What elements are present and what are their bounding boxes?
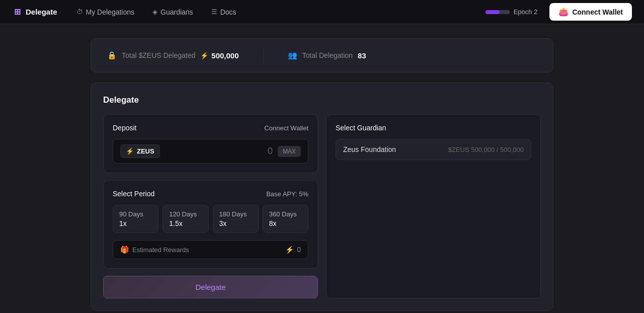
deposit-input-row: ⚡ ZEUS 0 MAX — [113, 139, 308, 164]
nav-guardians-label: Guardians — [160, 8, 193, 16]
stat-divider — [263, 48, 264, 63]
brand-icon: ⊞ — [12, 7, 22, 17]
period-90-days: 90 Days — [119, 210, 152, 218]
period-120-days: 120 Days — [169, 210, 202, 218]
connect-wallet-button[interactable]: 👛 Connect Wallet — [549, 3, 632, 21]
deposit-header: Deposit Connect Wallet — [113, 124, 308, 132]
users-icon: 👥 — [288, 51, 297, 60]
est-rewards-value: ⚡ 0 — [285, 246, 301, 254]
epoch-bar-fill — [486, 10, 500, 14]
max-button[interactable]: MAX — [278, 146, 301, 157]
shield-icon: ◈ — [152, 8, 157, 16]
nav-my-delegations-label: My Delegations — [86, 8, 135, 16]
guardian-stake: $ZEUS 500,000 / 500,000 — [448, 146, 524, 153]
guardian-name: Zeus Foundation — [343, 145, 396, 153]
navbar: ⊞ Delegate ⏱ My Delegations ◈ Guardians … — [0, 0, 644, 24]
estimated-rewards: 🎁 Estimated Rewards ⚡ 0 — [113, 240, 308, 259]
period-180-days: 180 Days — [219, 210, 252, 218]
guardian-item-zeus-foundation[interactable]: Zeus Foundation $ZEUS 500,000 / 500,000 — [336, 139, 531, 160]
stats-bar: 🔒 Total $ZEUS Delegated ⚡ 500,000 👥 Tota… — [91, 38, 553, 72]
period-120-multiplier: 1.5x — [169, 219, 202, 227]
wallet-icon: 👛 — [558, 7, 569, 17]
clock-icon: ⏱ — [76, 8, 83, 16]
epoch-label: Epoch 2 — [514, 8, 538, 16]
zeus-icon: ⚡ — [200, 52, 208, 59]
period-header: Select Period Base APY: 5% — [113, 190, 308, 198]
nav-brand[interactable]: ⊞ Delegate — [12, 7, 57, 17]
deposit-amount: 0 — [165, 146, 273, 156]
stat-delegated: 🔒 Total $ZEUS Delegated ⚡ 500,000 — [107, 51, 239, 60]
period-90-multiplier: 1x — [119, 219, 152, 227]
period-360-multiplier: 8x — [269, 219, 302, 227]
stat-delegation: 👥 Total Delegation 83 — [288, 51, 366, 60]
token-label: ZEUS — [137, 147, 154, 155]
est-rewards-label: 🎁 Estimated Rewards — [120, 246, 189, 254]
guardian-title: Select Guardian — [336, 124, 531, 132]
guardian-section: Select Guardian Zeus Foundation $ZEUS 50… — [326, 114, 541, 298]
period-180-multiplier: 3x — [219, 219, 252, 227]
delegate-button[interactable]: Delegate — [103, 276, 318, 298]
delegate-card: Delegate Deposit Connect Wallet ⚡ ZEUS — [91, 83, 553, 311]
stat-delegation-label: Total Delegation — [302, 51, 353, 59]
doc-icon: ☰ — [211, 8, 217, 16]
nav-docs-label: Docs — [220, 8, 236, 16]
deposit-connect-wallet-link[interactable]: Connect Wallet — [264, 124, 308, 132]
est-zeus-icon: ⚡ — [285, 246, 294, 254]
delegate-grid: Deposit Connect Wallet ⚡ ZEUS 0 MAX — [103, 114, 541, 298]
deposit-title: Deposit — [113, 124, 136, 132]
stat-delegated-value: ⚡ 500,000 — [200, 51, 238, 60]
lock-icon: 🔒 — [107, 51, 117, 60]
brand-label: Delegate — [26, 8, 57, 16]
period-option-90[interactable]: 90 Days 1x — [113, 205, 158, 233]
period-360-days: 360 Days — [269, 210, 302, 218]
main-content: 🔒 Total $ZEUS Delegated ⚡ 500,000 👥 Tota… — [0, 24, 644, 313]
epoch-indicator: Epoch 2 — [486, 8, 538, 16]
epoch-bar — [486, 10, 510, 14]
period-option-360[interactable]: 360 Days 8x — [263, 205, 308, 233]
nav-link-my-delegations[interactable]: ⏱ My Delegations — [69, 5, 142, 19]
period-option-180[interactable]: 180 Days 3x — [213, 205, 259, 233]
period-option-120[interactable]: 120 Days 1.5x — [163, 205, 208, 233]
base-apy-label: Base APY: 5% — [266, 190, 308, 198]
period-section: Select Period Base APY: 5% 90 Days 1x 12… — [103, 180, 318, 269]
stat-delegation-value: 83 — [358, 51, 366, 60]
gift-icon: 🎁 — [120, 246, 129, 254]
stat-delegated-label: Total $ZEUS Delegated — [122, 51, 195, 59]
period-title: Select Period — [113, 190, 154, 198]
zeus-symbol: ⚡ — [126, 147, 134, 155]
left-column: Deposit Connect Wallet ⚡ ZEUS 0 MAX — [103, 114, 318, 298]
nav-link-guardians[interactable]: ◈ Guardians — [145, 5, 200, 19]
deposit-section: Deposit Connect Wallet ⚡ ZEUS 0 MAX — [103, 114, 318, 173]
connect-wallet-label: Connect Wallet — [572, 8, 623, 16]
period-options: 90 Days 1x 120 Days 1.5x 180 Days 3x 3 — [113, 205, 308, 233]
token-badge: ⚡ ZEUS — [120, 144, 160, 158]
delegate-card-title: Delegate — [103, 95, 541, 105]
nav-link-docs[interactable]: ☰ Docs — [204, 5, 244, 19]
